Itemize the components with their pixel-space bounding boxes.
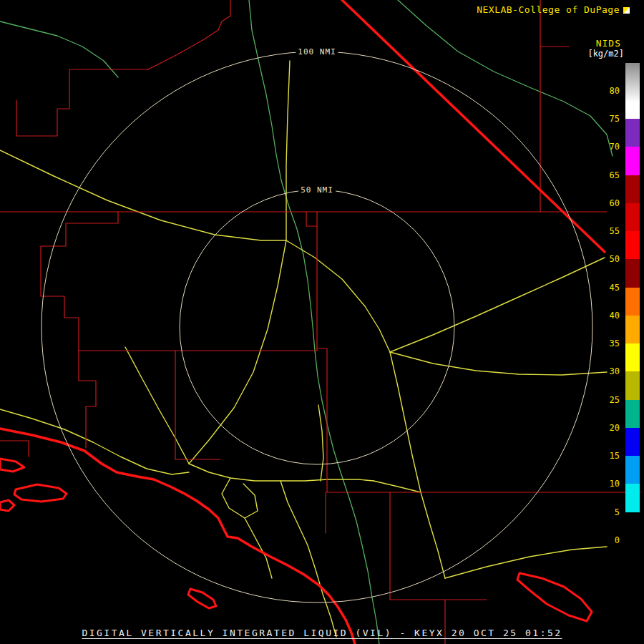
colorbar-tick-label: 65 bbox=[610, 170, 620, 180]
colorbar-segment bbox=[625, 175, 640, 203]
colorbar-units: [kg/m2] bbox=[587, 49, 624, 59]
product-caption: DIGITAL VERTICALLY INTEGRATED LIQUID (VI… bbox=[0, 628, 644, 638]
highway bbox=[445, 547, 607, 578]
coastline bbox=[0, 429, 355, 644]
highway bbox=[222, 478, 258, 518]
colorbar-segment bbox=[625, 147, 640, 175]
colorbar-tick-label: 75 bbox=[610, 114, 620, 124]
colorbar-segment bbox=[625, 63, 640, 102]
colorbar-segment bbox=[625, 231, 640, 259]
highway bbox=[286, 240, 390, 352]
colorbar-tick-label: 25 bbox=[610, 395, 620, 405]
colorbar-segment bbox=[625, 484, 640, 512]
colorbar-title: NIDS bbox=[596, 38, 621, 49]
state-border bbox=[342, 0, 605, 252]
highway bbox=[286, 61, 290, 240]
highway bbox=[390, 352, 607, 375]
river bbox=[0, 21, 118, 77]
highway bbox=[189, 464, 374, 481]
colorbar-tick-label: 80 bbox=[610, 86, 620, 96]
island bbox=[0, 459, 24, 472]
range-ring-label: 100 NMI bbox=[296, 47, 338, 57]
highway bbox=[125, 347, 189, 464]
island bbox=[0, 500, 14, 511]
colorbar-tick-label: 5 bbox=[615, 507, 620, 517]
colorbar-tick-label: 60 bbox=[610, 198, 620, 208]
colorbar-tick-label: 40 bbox=[610, 311, 620, 321]
island bbox=[188, 589, 216, 608]
range-ring-label: 50 NMI bbox=[298, 185, 336, 195]
site-header: NEXLAB-College of DuPage bbox=[477, 4, 630, 15]
highway bbox=[189, 240, 286, 464]
colorbar-tick-label: 70 bbox=[610, 142, 620, 152]
highway bbox=[245, 518, 272, 578]
colorbar-tick-label: 55 bbox=[610, 226, 620, 236]
colorbar-segment bbox=[625, 400, 640, 428]
highway bbox=[280, 481, 336, 637]
colorbar-tick-label: 45 bbox=[610, 283, 620, 293]
colorbar-segment bbox=[625, 102, 640, 119]
colorbar-segment bbox=[625, 288, 640, 316]
colorbar-segment bbox=[625, 343, 640, 371]
river bbox=[249, 0, 379, 644]
highway bbox=[318, 405, 323, 481]
colorbar-segment bbox=[625, 456, 640, 484]
colorbar-tick-label: 30 bbox=[610, 366, 620, 376]
highway bbox=[390, 352, 445, 578]
colorbar-tick-label: 50 bbox=[610, 254, 620, 264]
colorbar-segment bbox=[625, 259, 640, 287]
colorbar-segment bbox=[625, 119, 640, 147]
county-border bbox=[306, 212, 317, 226]
colorbar-segment bbox=[625, 203, 640, 231]
highway bbox=[390, 258, 605, 352]
site-title: NEXLAB-College of DuPage bbox=[477, 4, 620, 15]
island bbox=[14, 484, 67, 502]
highway bbox=[374, 481, 421, 492]
river bbox=[398, 0, 613, 156]
colorbar-tick-label: 35 bbox=[610, 338, 620, 348]
colorbar-segment bbox=[625, 371, 640, 399]
island bbox=[517, 573, 592, 621]
colorbar-segment bbox=[625, 512, 640, 566]
colorbar-tick-label: 10 bbox=[610, 479, 620, 489]
county-border bbox=[148, 0, 230, 69]
county-border bbox=[0, 441, 29, 457]
map-canvas bbox=[0, 0, 644, 644]
colorbar-tick-label: 15 bbox=[610, 451, 620, 461]
cod-logo-icon bbox=[623, 7, 630, 14]
colorbar-tick-label: 20 bbox=[610, 423, 620, 433]
colorbar-segment bbox=[625, 316, 640, 343]
colorbar-tick-label: 0 bbox=[615, 535, 620, 545]
radar-display: NEXLAB-College of DuPage NIDS [kg/m2] DI… bbox=[0, 0, 644, 644]
highway bbox=[0, 150, 286, 240]
county-border bbox=[41, 212, 118, 351]
colorbar-segment bbox=[625, 428, 640, 456]
county-border bbox=[79, 351, 96, 448]
